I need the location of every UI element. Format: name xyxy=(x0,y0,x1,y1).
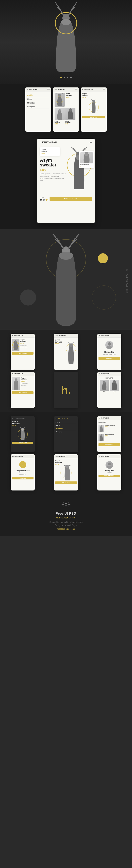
svg-point-57 xyxy=(65,503,67,506)
svg-point-46 xyxy=(103,381,105,383)
product-asym-name: Asymsweater xyxy=(66,93,72,96)
congrats-title: Congratulations xyxy=(12,470,34,472)
screen-g: h. KNITWEAR Asymsweater $400 ADD TO CART xyxy=(11,416,35,452)
screen-e: h. xyxy=(54,372,78,408)
screen-k-btn[interactable]: ADD TO CART xyxy=(55,482,77,484)
menu-screen: h. KNITWEAR Profile Home My orders Categ… xyxy=(25,88,51,132)
svg-line-21 xyxy=(72,148,74,149)
footer-author: Created by Hoang Bin (dribbble.com) Desi… xyxy=(4,521,128,527)
svg-point-13 xyxy=(58,109,61,112)
svg-line-50 xyxy=(24,427,25,429)
svg-line-54 xyxy=(64,465,66,466)
screen-i: h. KNITWEAR MY CART Asym sweater $400 xyxy=(97,416,121,452)
pd-hamburger[interactable] xyxy=(90,142,92,143)
svg-line-11 xyxy=(56,93,58,95)
screen-b: h. KNITWEAR Asymsweater $400 xyxy=(54,334,78,370)
svg-line-62 xyxy=(63,501,64,503)
color-option-3[interactable] xyxy=(46,199,48,201)
screen-l-name: Hoang Bin xyxy=(98,470,120,472)
product3-name: Pullosweater xyxy=(65,120,76,123)
screen-d-btn[interactable]: ADD TO CART xyxy=(12,392,34,394)
product-asym-price: $400 xyxy=(66,96,72,98)
svg-point-56 xyxy=(108,463,111,465)
svg-line-12 xyxy=(60,93,62,95)
footer-ornament xyxy=(4,500,128,510)
hero-section xyxy=(0,0,132,85)
portrait-label: KNITWEAR FASHION xyxy=(126,269,128,294)
pd-asym-card: Asymsweater $400 xyxy=(40,147,60,156)
product2-img xyxy=(54,108,64,120)
screen2-logo: h. KNITWEAR xyxy=(54,88,65,90)
checkout-btn[interactable]: CHECKOUT xyxy=(98,443,120,446)
pullo-price: 1 xyxy=(80,166,93,167)
hero-circle xyxy=(55,12,77,34)
screen-h: h. KNITWEAR Profile Home My orders Categ… xyxy=(54,416,78,452)
footer-title: Free UI PSD xyxy=(4,512,128,516)
svg-point-69 xyxy=(70,504,71,505)
screen2-hamburger[interactable] xyxy=(75,89,78,90)
screen-g-btn[interactable]: ADD TO CART xyxy=(12,442,33,444)
product2-name: Deepsweater xyxy=(54,120,64,123)
svg-point-51 xyxy=(100,425,102,427)
hero-dot-3[interactable] xyxy=(67,77,69,79)
svg-line-42 xyxy=(68,342,70,344)
screen-l-profile-btn[interactable]: VIEW PROFILE xyxy=(98,475,120,477)
large-product-section: h. KNITWEAR Asymsweater $400 Asymsweater… xyxy=(0,135,132,229)
congrats-sub: Your order hasbeen placed xyxy=(12,472,34,475)
hero-dot-4[interactable] xyxy=(70,77,72,79)
svg-line-49 xyxy=(20,427,22,429)
hero-dot-1[interactable] xyxy=(60,77,62,79)
hamburger-icon[interactable] xyxy=(47,89,50,90)
screen3-logo: h. KNITWEAR xyxy=(82,88,93,90)
hero-dot-2[interactable] xyxy=(63,77,65,79)
pullo-name: Pullo sweater xyxy=(80,164,93,165)
screen-header: h. KNITWEAR xyxy=(25,88,51,91)
screen-k: h. KNITWEAR Asymsweater $400 ADD TO CART xyxy=(54,454,78,491)
menu-item-home[interactable]: Home xyxy=(27,97,49,101)
screens-grid-section: h. KNITWEAR Asymsweater $400 Lorem ipsum… xyxy=(0,330,132,412)
svg-point-68 xyxy=(61,504,62,505)
pd-footer-row: Color ADD TO CARD xyxy=(37,195,95,204)
svg-point-40 xyxy=(15,340,17,343)
gray-circle xyxy=(20,289,36,306)
svg-line-16 xyxy=(91,99,93,101)
add-to-card-button[interactable]: ADD TO CARD xyxy=(50,196,92,201)
pullo-side-card: Pullo sweater 1 xyxy=(79,151,94,168)
svg-point-52 xyxy=(100,434,102,436)
svg-line-64 xyxy=(63,506,64,507)
footer-link[interactable]: Google Fonts Icons xyxy=(4,528,128,530)
svg-line-55 xyxy=(69,465,71,466)
menu-item-myorders[interactable]: My orders xyxy=(27,101,49,105)
pd-header: h. KNITWEAR xyxy=(37,139,95,145)
screen-d: h. KNITWEAR Asymsweater $400 Consectetur… xyxy=(11,372,35,408)
svg-line-17 xyxy=(94,99,96,101)
menu-item-profile[interactable]: Profile xyxy=(27,93,49,97)
app-logo: h. KNITWEAR xyxy=(27,88,37,90)
screen3-pprice: $400 xyxy=(82,96,105,98)
screen-j: h. KNITWEAR ✓ Congratulations Your order… xyxy=(11,454,35,491)
product3-price: $400 xyxy=(65,123,76,125)
screen-a-btn[interactable]: ADD TO CART xyxy=(12,352,34,354)
color-option-1[interactable] xyxy=(40,199,42,201)
yellow-circle xyxy=(98,253,108,264)
portrait-section: KNITWEAR FASHION xyxy=(0,229,132,330)
screen2-header: h. KNITWEAR xyxy=(53,88,79,91)
screen3-header: h. KNITWEAR xyxy=(81,88,107,91)
screen-c-name: Hoang Bin xyxy=(98,351,120,353)
congrats-btn[interactable]: CONTINUE xyxy=(12,477,34,479)
svg-point-67 xyxy=(65,508,67,508)
color-option-2[interactable] xyxy=(43,199,45,201)
large-product-screen: h. KNITWEAR Asymsweater $400 Asymsweater… xyxy=(37,139,95,223)
svg-point-48 xyxy=(21,428,24,431)
portrait-deer-figure xyxy=(46,231,86,330)
svg-line-36 xyxy=(75,236,78,239)
screen-l: h. KNITWEAR Hoang Bin Member VIEW PROFIL… xyxy=(97,454,121,491)
svg-line-32 xyxy=(54,236,57,239)
menu-item-category[interactable]: Category xyxy=(27,105,49,109)
screens-grid-2: h. KNITWEAR Asymsweater $400 ADD TO CART… xyxy=(0,412,132,495)
bg-circle-2 xyxy=(92,285,116,310)
screen3-add-btn[interactable]: ADD TO CART xyxy=(82,116,105,118)
pd-description: Ut per spicatis de lorem sius ametur dol… xyxy=(40,173,66,182)
product-img-1 xyxy=(54,93,64,107)
screen3-hamburger[interactable] xyxy=(103,89,105,90)
